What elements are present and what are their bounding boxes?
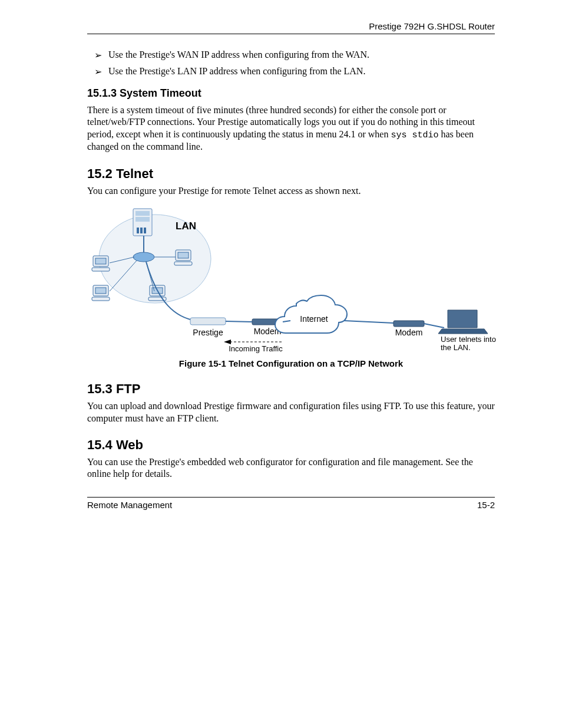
list-item: ➢ Use the Prestige's LAN IP address when…: [108, 66, 495, 77]
figure-telnet-diagram: LAN Prestige Modem Internet Modem: [87, 203, 495, 356]
list-item-text: Use the Prestige's LAN IP address when c…: [108, 66, 365, 76]
diagram-svg: LAN Prestige Modem Internet Modem: [87, 203, 500, 356]
page: Prestige 792H G.SHDSL Router ➢ Use the P…: [0, 0, 562, 728]
label-incoming: Incoming Traffic: [229, 344, 283, 353]
svg-line-27: [226, 321, 252, 322]
heading-telnet: 15.2 Telnet: [87, 166, 495, 182]
svg-rect-6: [144, 228, 146, 233]
svg-rect-11: [92, 268, 110, 271]
para-web: You can use the Prestige's embedded web …: [87, 456, 495, 480]
label-user-line1: User telnets into: [441, 335, 496, 344]
arrow-icon: ➢: [94, 66, 102, 77]
svg-rect-5: [140, 228, 143, 233]
bullet-list: ➢ Use the Prestige's WAN IP address when…: [87, 50, 495, 77]
list-item: ➢ Use the Prestige's WAN IP address when…: [108, 50, 495, 60]
label-user-line2: the LAN.: [441, 343, 471, 352]
svg-rect-20: [174, 262, 192, 265]
svg-rect-19: [178, 252, 189, 258]
label-internet: Internet: [300, 314, 328, 324]
para-telnet: You can configure your Prestige for remo…: [87, 185, 495, 197]
svg-rect-30: [394, 321, 424, 327]
label-prestige: Prestige: [193, 328, 223, 337]
svg-line-31: [424, 324, 444, 328]
svg-rect-10: [95, 258, 106, 264]
footer-left: Remote Management: [87, 500, 172, 510]
svg-rect-3: [135, 217, 150, 222]
arrow-icon: ➢: [94, 50, 102, 61]
heading-system-timeout: 15.1.3 System Timeout: [87, 87, 495, 100]
label-modem-2: Modem: [395, 328, 423, 337]
svg-line-29: [344, 321, 394, 323]
inline-code: sys stdio: [391, 130, 438, 140]
svg-rect-4: [137, 228, 139, 233]
footer-right: 15-2: [477, 500, 495, 510]
svg-marker-33: [224, 340, 231, 344]
figure-caption: Figure 15-1 Telnet Configuration on a TC…: [87, 358, 495, 368]
page-footer: Remote Management 15-2: [87, 497, 495, 510]
heading-ftp: 15.3 FTP: [87, 381, 495, 397]
label-lan: LAN: [176, 220, 196, 232]
svg-rect-13: [95, 288, 106, 294]
svg-rect-14: [92, 297, 110, 301]
running-header: Prestige 792H G.SHDSL Router: [87, 21, 495, 34]
para-ftp: You can upload and download Prestige fir…: [87, 400, 495, 424]
heading-web: 15.4 Web: [87, 437, 495, 453]
svg-point-7: [133, 252, 154, 262]
list-item-text: Use the Prestige's WAN IP address when c…: [108, 50, 369, 60]
svg-rect-2: [135, 211, 150, 216]
svg-rect-25: [190, 318, 226, 325]
para-system-timeout: There is a system timeout of five minute…: [87, 104, 495, 153]
